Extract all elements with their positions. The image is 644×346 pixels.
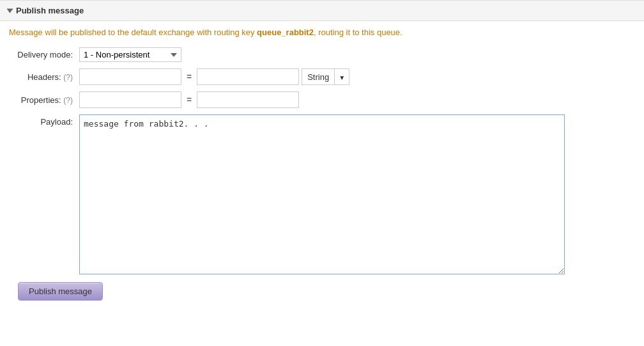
payload-row: Payload: message from rabbit2. . . — [9, 114, 635, 274]
headers-value-input[interactable] — [197, 68, 299, 85]
headers-key-input[interactable] — [79, 68, 181, 85]
properties-row: Properties: (?) = — [9, 91, 635, 108]
routing-key: queue_rabbit2 — [257, 28, 314, 37]
info-text-after: , routing it to this queue. — [314, 28, 402, 37]
headers-label: Headers: (?) — [9, 72, 79, 82]
properties-inputs: = — [79, 91, 299, 108]
headers-type-label: String — [302, 72, 334, 82]
publish-message-button[interactable]: Publish message — [18, 282, 103, 301]
type-select-arrow-icon[interactable] — [335, 72, 349, 82]
properties-label: Properties: (?) — [9, 95, 79, 105]
payload-label: Payload: — [9, 114, 79, 127]
headers-equals: = — [184, 72, 194, 82]
delivery-mode-row: Delivery mode: 1 - Non-persistent 2 - Pe… — [9, 47, 635, 62]
properties-equals: = — [184, 95, 194, 105]
headers-help[interactable]: (?) — [63, 73, 73, 82]
collapse-icon — [7, 8, 13, 13]
headers-row: Headers: (?) = String — [9, 68, 635, 85]
headers-type-select[interactable]: String — [302, 68, 349, 85]
info-text-before: Message will be published to the default… — [9, 28, 257, 37]
properties-help[interactable]: (?) — [63, 96, 73, 105]
section-header[interactable]: Publish message — [0, 0, 644, 21]
info-text: Message will be published to the default… — [0, 21, 644, 43]
payload-textarea[interactable]: message from rabbit2. . . — [79, 114, 565, 274]
publish-message-panel: Publish message Message will be publishe… — [0, 0, 644, 310]
form-area: Delivery mode: 1 - Non-persistent 2 - Pe… — [0, 43, 644, 310]
properties-value-input[interactable] — [197, 91, 299, 108]
delivery-mode-label: Delivery mode: — [9, 50, 79, 59]
headers-inputs: = String — [79, 68, 349, 85]
delivery-mode-select[interactable]: 1 - Non-persistent 2 - Persistent — [79, 47, 181, 62]
section-title: Publish message — [16, 6, 84, 15]
properties-key-input[interactable] — [79, 91, 181, 108]
